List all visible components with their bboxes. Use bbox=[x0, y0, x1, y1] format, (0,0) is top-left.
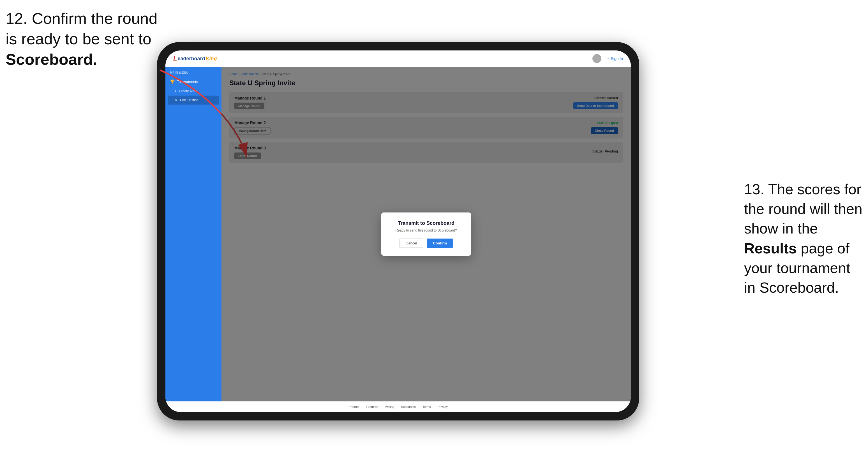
instruction-top: 12. Confirm the roundis ready to be sent… bbox=[6, 8, 158, 69]
footer-terms[interactable]: Terms bbox=[423, 405, 431, 408]
sidebar-item-tournaments[interactable]: 🏆 Tournaments bbox=[165, 76, 221, 87]
logo-king: King bbox=[206, 56, 217, 62]
plus-icon: + bbox=[175, 89, 177, 93]
modal-title: Transmit to Scoreboard bbox=[390, 220, 462, 226]
content-area: Home › Tournaments › State U Spring Invi… bbox=[221, 67, 631, 401]
logo-eaderboard: eaderboard bbox=[178, 56, 205, 62]
footer-product[interactable]: Product bbox=[348, 405, 359, 408]
modal-buttons: Cancel Confirm bbox=[390, 239, 462, 248]
footer: Product Features Pricing Resources Terms… bbox=[165, 401, 631, 412]
modal-overlay: Transmit to Scoreboard Ready to send thi… bbox=[221, 67, 631, 401]
avatar bbox=[592, 54, 601, 63]
logo-area: L eaderboard King bbox=[173, 55, 217, 62]
confirm-button[interactable]: Confirm bbox=[427, 239, 453, 248]
tablet-frame: L eaderboard King → Sign In MAIN MENU 🏆 bbox=[157, 42, 639, 421]
sign-in-link[interactable]: → Sign In bbox=[606, 56, 623, 61]
sidebar-tournaments-label: Tournaments bbox=[177, 80, 198, 84]
logo-l: L bbox=[173, 55, 177, 62]
tablet-screen: L eaderboard King → Sign In MAIN MENU 🏆 bbox=[165, 51, 631, 412]
main-area: MAIN MENU 🏆 Tournaments + Create New ✎ E… bbox=[165, 67, 631, 401]
app-container: L eaderboard King → Sign In MAIN MENU 🏆 bbox=[165, 51, 631, 412]
logo: L eaderboard King bbox=[173, 55, 217, 62]
sidebar-menu-label: MAIN MENU bbox=[165, 71, 221, 76]
sidebar-edit-existing-label: Edit Existing bbox=[180, 98, 198, 102]
sidebar-item-edit-existing[interactable]: ✎ Edit Existing bbox=[168, 96, 219, 104]
instruction-right: 13. The scores forthe round will thensho… bbox=[744, 179, 862, 298]
transmit-modal: Transmit to Scoreboard Ready to send thi… bbox=[381, 213, 471, 256]
footer-privacy[interactable]: Privacy bbox=[438, 405, 448, 408]
modal-subtitle: Ready to send this round to Scoreboard? bbox=[390, 228, 462, 232]
step-13-label: 13. The scores forthe round will thensho… bbox=[744, 181, 862, 296]
sidebar: MAIN MENU 🏆 Tournaments + Create New ✎ E… bbox=[165, 67, 221, 401]
footer-resources[interactable]: Resources bbox=[401, 405, 416, 408]
sidebar-item-create-new[interactable]: + Create New bbox=[165, 87, 221, 96]
top-nav: L eaderboard King → Sign In bbox=[165, 51, 631, 67]
trophy-icon: 🏆 bbox=[170, 79, 175, 84]
step-12-label: 12. Confirm the roundis ready to be sent… bbox=[6, 9, 158, 68]
scoreboard-bold: Scoreboard. bbox=[6, 51, 97, 68]
sidebar-create-new-label: Create New bbox=[179, 89, 196, 93]
cancel-button[interactable]: Cancel bbox=[399, 239, 423, 248]
footer-pricing[interactable]: Pricing bbox=[385, 405, 395, 408]
edit-icon: ✎ bbox=[175, 98, 178, 102]
nav-right: → Sign In bbox=[592, 54, 623, 63]
results-bold: Results bbox=[744, 240, 797, 256]
footer-features[interactable]: Features bbox=[366, 405, 378, 408]
